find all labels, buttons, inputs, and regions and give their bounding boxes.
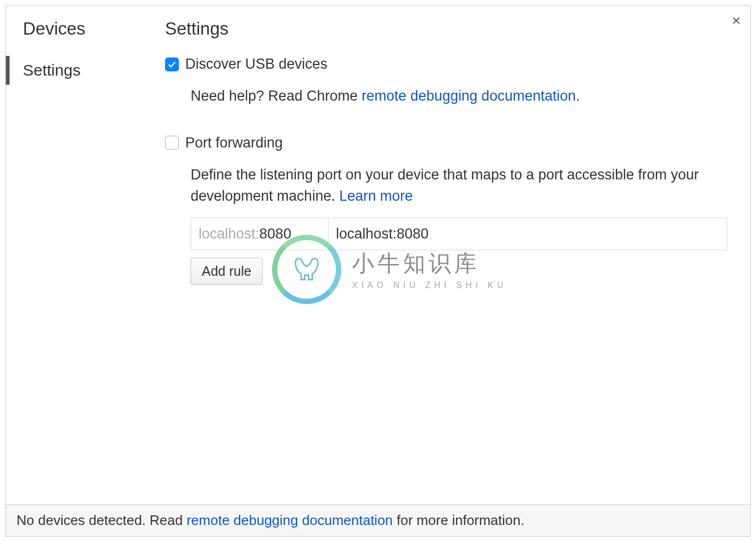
device-port-placeholder: localhost:	[199, 226, 259, 242]
port-forwarding-section: Port forwarding Define the listening por…	[165, 135, 725, 285]
device-port-value: 8080	[259, 226, 291, 242]
discover-usb-section: Discover USB devices Need help? Read Chr…	[165, 56, 725, 107]
port-forwarding-label: Port forwarding	[185, 135, 283, 151]
check-icon	[167, 60, 177, 69]
footer-prefix: No devices detected. Read	[17, 512, 186, 528]
footer-status: No devices detected. Read remote debuggi…	[6, 504, 750, 536]
discover-help-text: Need help? Read Chrome remote debugging …	[191, 85, 725, 107]
sidebar: Devices Settings	[6, 6, 158, 504]
page-title: Settings	[165, 19, 725, 39]
app-frame: × Devices Settings Settings Discover USB…	[5, 5, 751, 537]
close-button[interactable]: ×	[730, 13, 743, 28]
discover-usb-checkbox[interactable]	[165, 58, 179, 71]
footer-link[interactable]: remote debugging documentation	[186, 512, 392, 528]
port-forwarding-checkbox[interactable]	[165, 136, 179, 150]
port-rule-table: localhost:8080 localhost:8080	[191, 218, 727, 250]
discover-usb-checkbox-row[interactable]: Discover USB devices	[165, 56, 725, 72]
discover-help-prefix: Need help? Read Chrome	[191, 88, 361, 104]
device-port-input[interactable]: localhost:8080	[191, 218, 328, 250]
port-forwarding-description-text: Define the listening port on your device…	[191, 167, 699, 204]
local-address-input[interactable]: localhost:8080	[328, 218, 727, 250]
sidebar-item-settings[interactable]: Settings	[6, 56, 158, 85]
learn-more-link[interactable]: Learn more	[339, 188, 413, 204]
local-address-value: localhost:8080	[336, 226, 429, 242]
remote-debugging-link[interactable]: remote debugging documentation	[361, 88, 576, 104]
main-content: Settings Discover USB devices Need help?…	[158, 6, 750, 504]
discover-usb-label: Discover USB devices	[185, 56, 327, 72]
app-body: Devices Settings Settings Discover USB d…	[6, 6, 750, 504]
discover-help-suffix: .	[576, 88, 580, 104]
sidebar-title[interactable]: Devices	[6, 19, 158, 39]
port-forwarding-checkbox-row[interactable]: Port forwarding	[165, 135, 725, 151]
port-forwarding-description: Define the listening port on your device…	[191, 164, 725, 207]
add-rule-button[interactable]: Add rule	[191, 258, 262, 285]
footer-suffix: for more information.	[393, 512, 524, 528]
sidebar-item-label: Settings	[23, 61, 80, 79]
